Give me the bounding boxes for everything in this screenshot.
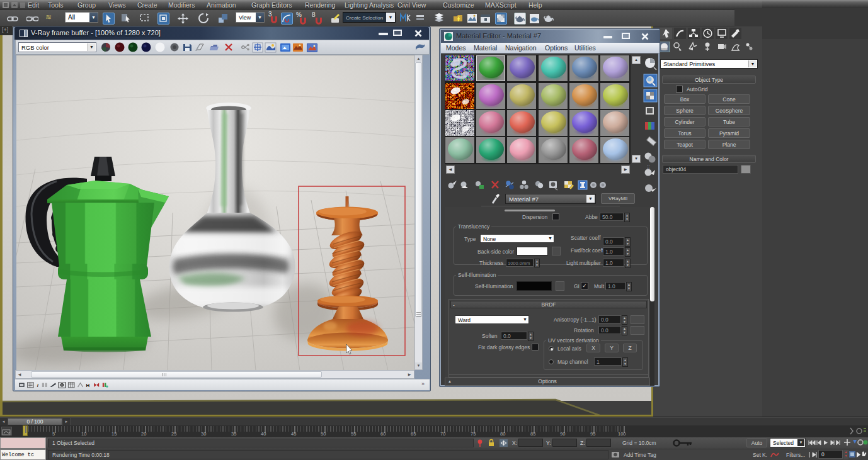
svg-text:i: i (37, 383, 39, 388)
svg-text:H: H (86, 383, 89, 388)
